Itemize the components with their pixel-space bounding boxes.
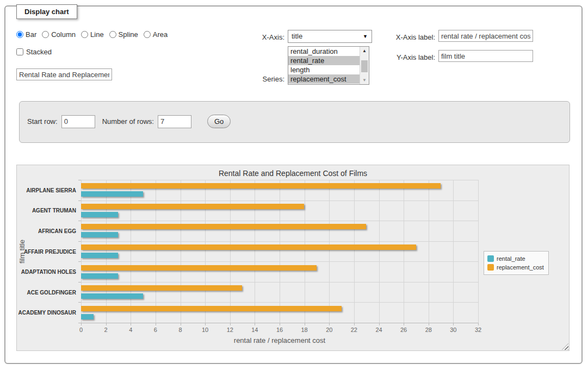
stacked-checkbox[interactable] (16, 48, 23, 55)
bar-rental_rate (81, 191, 143, 197)
legend-item-replacement_cost[interactable]: replacement_cost (487, 263, 544, 272)
chart-x-axis-title: rental rate / replacement cost (81, 336, 478, 344)
category-label: AFFAIR PREJUDICE (17, 248, 76, 254)
app-page: Display chart BarColumnLineSplineArea St… (0, 0, 588, 370)
chart-title: Rental Rate and Replacement Cost of Film… (17, 169, 569, 178)
category-band (81, 221, 478, 241)
chart-type-option-line: Line (81, 30, 104, 39)
chart-type-option-column: Column (42, 30, 76, 39)
chart-type-option-bar: Bar (16, 30, 36, 39)
x-tick-label: 30 (450, 327, 456, 333)
scroll-up-icon[interactable]: ▲ (360, 47, 369, 55)
chart-title-input[interactable] (16, 68, 112, 80)
num-rows-input[interactable] (158, 115, 191, 128)
x-tick-label: 14 (251, 327, 258, 333)
go-button[interactable]: Go (207, 115, 231, 128)
chevron-down-icon: ▼ (363, 34, 368, 39)
plot-area (81, 180, 478, 323)
category-label: AGENT TRUMAN (17, 208, 76, 214)
legend-item-rental_rate[interactable]: rental_rate (487, 254, 544, 263)
series-option-replacement_cost[interactable]: replacement_cost (288, 74, 360, 84)
category-band (81, 282, 478, 303)
y-axis-label-input[interactable] (438, 50, 533, 62)
x-axis-select[interactable]: title ▼ (288, 30, 372, 43)
bar-replacement_cost (81, 183, 441, 189)
x-tick-label: 22 (351, 327, 357, 333)
x-axis-label-caption: X-Axis label: (381, 33, 435, 41)
bar-rental_rate (81, 253, 118, 258)
radio-label: Column (51, 30, 76, 39)
x-tick-label: 12 (227, 327, 233, 333)
y-axis-label-caption: Y-Axis label: (381, 53, 435, 61)
chart-container: Rental Rate and Replacement Cost of Film… (16, 165, 570, 351)
series-scrollbar[interactable]: ▲ ▼ (360, 47, 369, 84)
resize-handle-icon[interactable] (562, 343, 568, 350)
category-band (81, 180, 478, 200)
row-range-panel: Start row: Number of rows: Go (19, 101, 570, 143)
x-tick-label: 4 (129, 327, 132, 333)
chart-type-radio-line[interactable] (81, 31, 88, 38)
x-tick-mark (230, 323, 231, 325)
x-tick-mark (131, 323, 131, 325)
x-tick-mark (181, 323, 181, 325)
legend-swatch (487, 255, 494, 262)
series-option-rental_rate[interactable]: rental_rate (288, 56, 360, 65)
series-listbox[interactable]: rental_durationrental_ratelengthreplacem… (288, 46, 369, 85)
x-tick-label: 32 (475, 327, 481, 333)
start-row-input[interactable] (61, 115, 95, 128)
x-tick-mark (478, 323, 479, 325)
bar-replacement_cost (81, 265, 317, 271)
x-tick-mark (280, 323, 280, 325)
x-tick-mark (429, 323, 429, 325)
start-row-label: Start row: (27, 117, 58, 126)
bar-replacement_cost (81, 244, 416, 250)
scroll-down-icon[interactable]: ▼ (360, 76, 369, 84)
radio-label: Area (153, 30, 168, 39)
vertical-gridline (478, 180, 479, 323)
chart-type-radio-area[interactable] (144, 31, 151, 38)
bar-rental_rate (81, 212, 118, 217)
x-axis-select-label: X-Axis: (247, 33, 284, 41)
category-band (81, 302, 478, 323)
x-tick-label: 18 (301, 327, 308, 333)
x-axis-label-input[interactable] (438, 30, 533, 42)
category-band (81, 261, 478, 282)
bar-rental_rate (81, 232, 118, 237)
chart-type-radio-group: BarColumnLineSplineArea (16, 30, 168, 39)
bar-replacement_cost (81, 285, 242, 291)
legend-swatch (487, 264, 494, 271)
bar-rental_rate (81, 293, 143, 299)
x-tick-mark (81, 323, 82, 325)
x-tick-mark (379, 323, 380, 325)
radio-label: Line (90, 30, 104, 39)
x-tick-label: 26 (400, 327, 407, 333)
x-tick-mark (305, 323, 305, 325)
category-label: AFRICAN EGG (17, 228, 76, 234)
x-tick-label: 24 (375, 327, 382, 333)
fieldset-legend-title: Display chart (16, 4, 77, 19)
x-axis-selected-value: title (292, 32, 302, 40)
bar-rental_rate (81, 273, 118, 279)
series-option-length[interactable]: length (288, 65, 360, 74)
plot-bands (81, 180, 478, 323)
radio-label: Spline (119, 30, 138, 39)
x-tick-label: 10 (202, 327, 208, 333)
x-tick-label: 20 (326, 327, 332, 333)
chart-type-radio-spline[interactable] (109, 31, 116, 38)
scrollbar-thumb[interactable] (361, 60, 368, 72)
chart-legend: rental_ratereplacement_cost (484, 251, 549, 275)
x-tick-label: 28 (425, 327, 432, 333)
legend-label: replacement_cost (497, 264, 544, 271)
x-tick-mark (106, 323, 107, 325)
x-tick-labels: 02468101214161820222426283032 (81, 327, 478, 334)
series-option-rental_duration[interactable]: rental_duration (288, 47, 360, 56)
x-tick-mark (255, 323, 255, 325)
series-list-label: Series: (247, 75, 284, 83)
chart-type-radio-column[interactable] (42, 31, 49, 38)
chart-type-radio-bar[interactable] (16, 31, 23, 38)
category-band (81, 200, 478, 221)
x-axis-ticks (81, 323, 478, 325)
x-tick-mark (329, 323, 330, 325)
category-label: ADAPTATION HOLES (17, 269, 76, 275)
x-tick-label: 2 (104, 327, 108, 333)
